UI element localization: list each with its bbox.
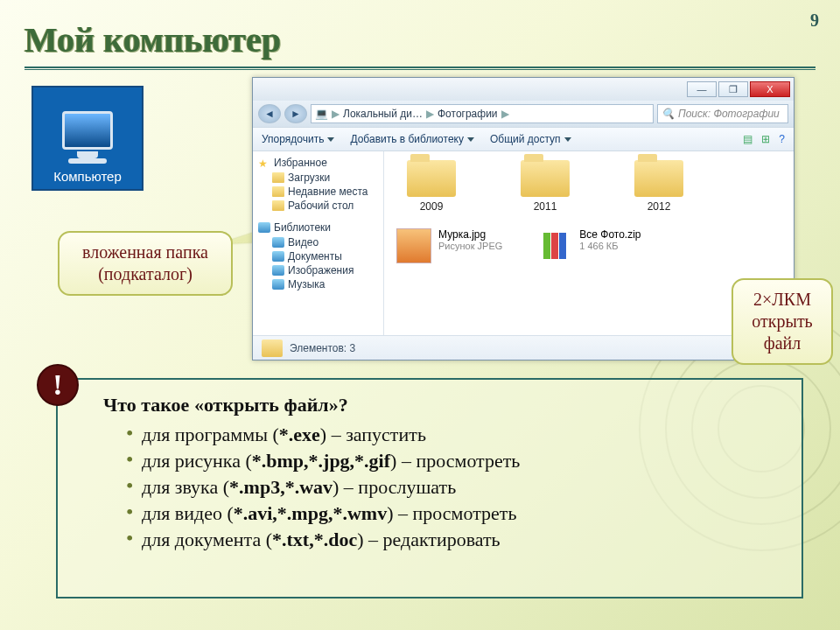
folder-icon [262,340,283,357]
folder-icon [272,200,284,211]
folder-2009[interactable]: 2009 [396,160,466,213]
forward-button[interactable]: ► [284,104,307,123]
monitor-icon [62,111,113,150]
maximize-button[interactable]: ❐ [718,81,748,97]
help-icon[interactable]: ? [779,133,785,145]
folder-2012[interactable]: 2012 [624,160,694,213]
chevron-down-icon [327,137,334,142]
attention-badge: ! [37,364,79,406]
title-underline [24,66,816,70]
page-title: Мой компьютер [24,19,281,60]
info-box: Что такое «открыть файл»? для программы … [56,378,803,598]
folder-icon [634,160,683,197]
status-bar: Элементов: 3 [253,335,794,360]
window-titlebar: — ❐ X [253,78,794,101]
list-item: для звука (*.mp3,*.wav) – прослушать [126,474,784,500]
nav-pane: ★Избранное Загрузки Недавние места Рабоч… [253,151,384,335]
my-computer-icon[interactable]: Компьютер [32,86,144,191]
folder-icon [407,160,456,197]
library-icon [258,222,270,233]
search-placeholder: Поиск: Фотографии [678,108,780,120]
view-icon[interactable]: ▤ [743,133,752,145]
address-bar[interactable]: 💻 ▶ Локальный ди… ▶ Фотографии ▶ [311,104,654,123]
sidebar-item-music[interactable]: Музыка [272,277,378,291]
list-item: для документа (*.txt,*.doc) – редактиров… [126,527,784,553]
image-thumb-icon [396,228,431,263]
info-heading: Что такое «открыть файл»? [103,394,784,416]
sidebar-item-downloads[interactable]: Загрузки [272,171,378,185]
folder-icon [521,160,570,197]
info-list: для программы (*.exe) – запустить для ри… [103,422,784,553]
sidebar-item-recent[interactable]: Недавние места [272,185,378,199]
sidebar-item-images[interactable]: Изображения [272,263,378,277]
back-button[interactable]: ◄ [258,104,281,123]
folder-2011[interactable]: 2011 [510,160,580,213]
my-computer-label: Компьютер [53,169,122,184]
sidebar-item-video[interactable]: Видео [272,235,378,249]
library-icon [272,265,284,276]
file-all-photos-zip[interactable]: Все Фото.zip1 466 КБ [537,228,640,263]
list-item: для рисунка (*.bmp,*.jpg,*.gif) – просмо… [126,448,784,474]
status-text: Элементов: 3 [290,342,355,354]
minimize-button[interactable]: — [687,81,717,97]
toolbar: Упорядочить Добавить в библиотеку Общий … [253,127,794,151]
search-box[interactable]: 🔍 Поиск: Фотографии [657,104,788,123]
breadcrumb-part[interactable]: Локальный ди… [343,108,423,120]
library-icon [272,279,284,290]
file-murka-jpg[interactable]: Мурка.jpgРисунок JPEG [396,228,502,263]
page-number: 9 [810,10,819,31]
explorer-window: — ❐ X ◄ ► 💻 ▶ Локальный ди… ▶ Фотографии… [252,77,794,360]
drive-icon: 💻 [315,108,328,120]
callout-subfolder: вложенная папка (подкаталог) [58,231,233,296]
folder-icon [272,186,284,197]
nav-bar: ◄ ► 💻 ▶ Локальный ди… ▶ Фотографии ▶ 🔍 П… [253,101,794,127]
libraries-header[interactable]: Библиотеки [274,221,331,234]
star-icon: ★ [258,158,270,168]
search-icon: 🔍 [662,108,675,120]
organize-menu[interactable]: Упорядочить [262,133,334,145]
sidebar-item-desktop[interactable]: Рабочий стол [272,199,378,213]
library-icon [272,237,284,248]
close-button[interactable]: X [750,81,790,97]
chevron-down-icon [564,137,571,142]
add-to-library-menu[interactable]: Добавить в библиотеку [350,133,474,145]
breadcrumb-part[interactable]: Фотографии [438,108,498,120]
sidebar-item-documents[interactable]: Документы [272,249,378,263]
preview-pane-icon[interactable]: ⊞ [761,133,770,145]
share-menu[interactable]: Общий доступ [490,133,571,145]
list-item: для видео (*.avi,*.mpg,*.wmv) – просмотр… [126,500,784,527]
chevron-down-icon [467,137,474,142]
favorites-header[interactable]: Избранное [274,157,327,169]
callout-double-click: 2×ЛКМ открыть файл [732,278,833,365]
list-item: для программы (*.exe) – запустить [126,422,784,448]
library-icon [272,251,284,262]
folder-icon [272,172,284,183]
archive-icon [537,228,572,263]
